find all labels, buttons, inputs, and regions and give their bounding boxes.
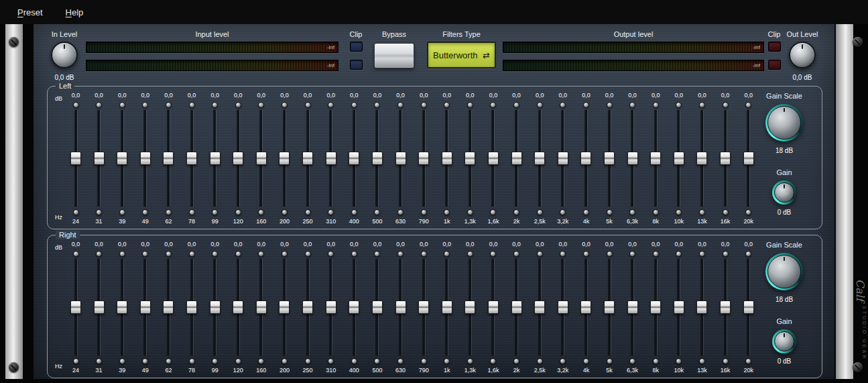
slider-handle[interactable] <box>674 300 684 314</box>
in-level-knob[interactable] <box>51 42 78 68</box>
slider-handle[interactable] <box>186 152 197 165</box>
slider-handle[interactable] <box>302 300 313 314</box>
band-gain-slider[interactable] <box>204 259 226 355</box>
slider-handle[interactable] <box>210 152 221 165</box>
slider-handle[interactable] <box>442 300 452 314</box>
menu-preset[interactable]: Preset <box>13 5 47 19</box>
band-gain-slider[interactable] <box>320 110 342 207</box>
band-gain-slider[interactable] <box>645 259 666 355</box>
band-gain-slider[interactable] <box>367 259 388 355</box>
band-gain-slider[interactable] <box>88 259 110 355</box>
slider-handle[interactable] <box>488 300 499 314</box>
slider-handle[interactable] <box>696 152 707 165</box>
band-gain-slider[interactable] <box>135 259 156 355</box>
band-gain-slider[interactable] <box>483 259 504 355</box>
gain-scale-knob[interactable] <box>765 104 803 142</box>
band-gain-slider[interactable] <box>227 259 249 355</box>
slider-handle[interactable] <box>279 300 290 314</box>
slider-handle[interactable] <box>140 300 151 314</box>
slider-handle[interactable] <box>70 152 81 165</box>
band-gain-slider[interactable] <box>459 259 481 355</box>
band-gain-slider[interactable] <box>691 110 712 207</box>
band-gain-slider[interactable] <box>575 259 597 355</box>
band-gain-slider[interactable] <box>343 110 365 207</box>
band-gain-slider[interactable] <box>483 110 504 207</box>
band-gain-slider[interactable] <box>273 110 295 207</box>
slider-handle[interactable] <box>117 152 127 165</box>
slider-handle[interactable] <box>534 152 545 165</box>
band-gain-slider[interactable] <box>204 110 226 207</box>
band-gain-slider[interactable] <box>297 110 318 207</box>
band-gain-slider[interactable] <box>691 259 712 355</box>
slider-handle[interactable] <box>604 152 615 165</box>
band-gain-slider[interactable] <box>367 110 388 207</box>
slider-handle[interactable] <box>372 300 383 314</box>
band-gain-slider[interactable] <box>297 259 318 355</box>
slider-handle[interactable] <box>720 152 731 165</box>
out-level-knob[interactable] <box>789 42 816 68</box>
band-gain-slider[interactable] <box>715 259 736 355</box>
gain-scale-knob[interactable] <box>765 253 803 290</box>
gain-knob[interactable] <box>772 180 796 205</box>
slider-handle[interactable] <box>94 152 105 165</box>
slider-handle[interactable] <box>464 152 475 165</box>
band-gain-slider[interactable] <box>506 110 528 207</box>
slider-handle[interactable] <box>534 300 545 314</box>
slider-handle[interactable] <box>395 300 406 314</box>
band-gain-slider[interactable] <box>413 259 434 355</box>
slider-handle[interactable] <box>186 300 197 314</box>
slider-handle[interactable] <box>696 300 707 314</box>
band-gain-slider[interactable] <box>436 259 458 355</box>
slider-handle[interactable] <box>650 300 661 314</box>
bypass-button[interactable] <box>374 43 414 68</box>
band-gain-slider[interactable] <box>668 110 690 207</box>
band-gain-slider[interactable] <box>622 259 643 355</box>
gain-knob[interactable] <box>772 329 796 353</box>
slider-handle[interactable] <box>488 152 499 165</box>
slider-handle[interactable] <box>70 300 81 314</box>
slider-handle[interactable] <box>558 152 568 165</box>
slider-handle[interactable] <box>163 300 174 314</box>
band-gain-slider[interactable] <box>181 110 202 207</box>
slider-handle[interactable] <box>650 152 661 165</box>
slider-handle[interactable] <box>418 300 429 314</box>
band-gain-slider[interactable] <box>529 259 550 355</box>
band-gain-slider[interactable] <box>506 259 528 355</box>
band-gain-slider[interactable] <box>343 259 365 355</box>
band-gain-slider[interactable] <box>251 259 272 355</box>
slider-handle[interactable] <box>372 152 383 165</box>
band-gain-slider[interactable] <box>158 259 179 355</box>
slider-handle[interactable] <box>349 152 359 165</box>
band-gain-slider[interactable] <box>88 110 110 207</box>
slider-handle[interactable] <box>279 152 290 165</box>
band-gain-slider[interactable] <box>622 110 643 207</box>
slider-handle[interactable] <box>395 152 406 165</box>
band-gain-slider[interactable] <box>111 259 133 355</box>
slider-handle[interactable] <box>349 300 359 314</box>
slider-handle[interactable] <box>233 300 243 314</box>
band-gain-slider[interactable] <box>529 110 550 207</box>
slider-handle[interactable] <box>326 152 336 165</box>
slider-handle[interactable] <box>604 300 615 314</box>
band-gain-slider[interactable] <box>273 259 295 355</box>
band-gain-slider[interactable] <box>715 110 736 207</box>
slider-handle[interactable] <box>627 152 638 165</box>
slider-handle[interactable] <box>580 300 591 314</box>
slider-handle[interactable] <box>627 300 638 314</box>
band-gain-slider[interactable] <box>390 110 412 207</box>
band-gain-slider[interactable] <box>390 259 412 355</box>
band-gain-slider[interactable] <box>320 259 342 355</box>
band-gain-slider[interactable] <box>413 110 434 207</box>
band-gain-slider[interactable] <box>436 110 458 207</box>
slider-handle[interactable] <box>720 300 731 314</box>
band-gain-slider[interactable] <box>251 110 272 207</box>
band-gain-slider[interactable] <box>135 110 156 207</box>
band-gain-slider[interactable] <box>599 259 620 355</box>
slider-handle[interactable] <box>210 300 221 314</box>
band-gain-slider[interactable] <box>668 259 690 355</box>
band-gain-slider[interactable] <box>65 110 86 207</box>
slider-handle[interactable] <box>256 300 267 314</box>
slider-handle[interactable] <box>558 300 568 314</box>
band-gain-slider[interactable] <box>575 110 597 207</box>
band-gain-slider[interactable] <box>65 259 86 355</box>
